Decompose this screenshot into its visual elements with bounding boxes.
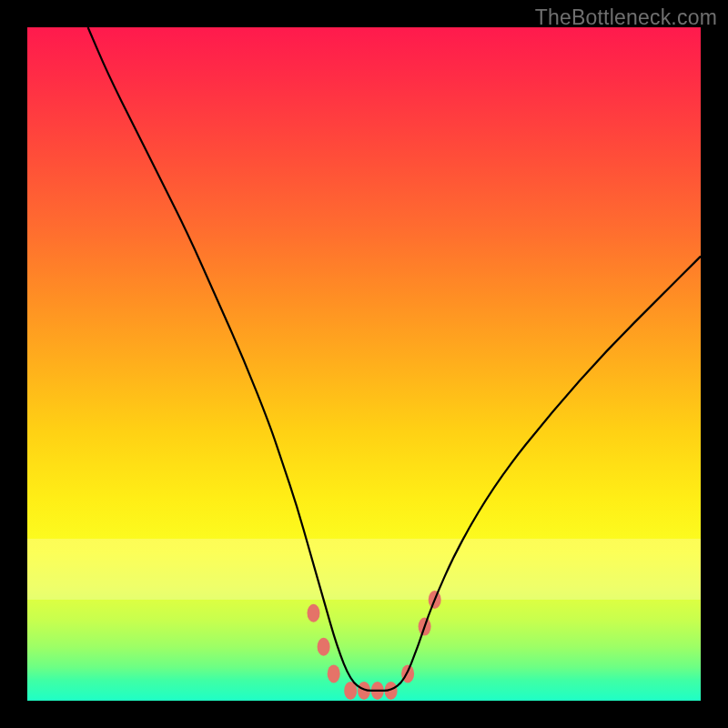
markers-group [308,591,441,700]
mark-left-upper [308,604,320,622]
bottleneck-curve [88,27,701,691]
mark-left-mid [318,638,330,656]
watermark-text: TheBottleneck.com [535,5,717,30]
chart-frame: TheBottleneck.com [0,0,728,728]
plot-area [27,27,701,701]
bottleneck-chart-svg [27,27,701,701]
mark-left-lower [328,664,340,682]
